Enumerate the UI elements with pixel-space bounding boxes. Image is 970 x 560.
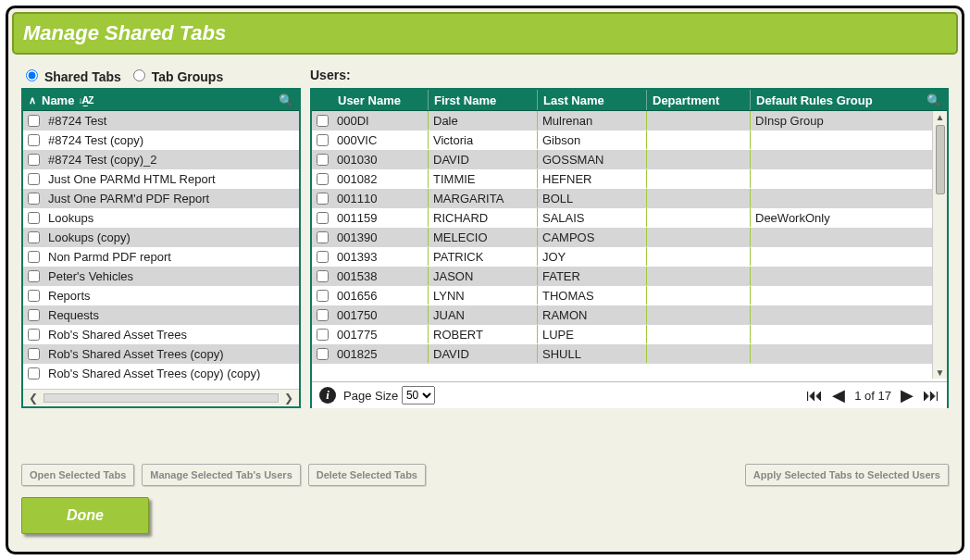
row-checkbox[interactable] [317,309,329,321]
row-checkbox[interactable] [28,193,40,205]
table-row[interactable]: Rob's Shared Asset Trees [23,325,299,344]
col-first-name[interactable]: First Name [429,90,538,110]
scroll-up-icon[interactable]: ▲ [936,111,945,123]
tab-name-cell: Rob's Shared Asset Trees [44,325,299,343]
row-checkbox[interactable] [28,212,40,224]
table-row[interactable]: 001656LYNNTHOMAS [312,286,947,305]
row-checkbox[interactable] [317,290,329,302]
table-row[interactable]: 001030DAVIDGOSSMAN [312,150,947,169]
table-row[interactable]: 000DIDaleMulrenanDInsp Group [312,111,947,131]
table-row[interactable]: Reports [23,286,299,305]
row-checkbox[interactable] [28,251,40,263]
row-checkbox[interactable] [317,134,329,146]
row-checkbox[interactable] [28,290,40,302]
row-checkbox[interactable] [28,270,40,282]
table-row[interactable]: Just One PARMd HTML Report [23,169,299,189]
table-row[interactable]: 001538JASONFATER [312,267,947,286]
users-vscroll[interactable]: ▲ ▼ [932,111,947,379]
table-row[interactable]: Non Parmd PDF report [23,247,299,267]
last-page-icon[interactable]: ⏭ [923,386,939,405]
info-icon[interactable]: i [319,387,336,404]
scroll-left-icon[interactable]: ❮ [29,392,38,404]
tab-groups-radio[interactable] [133,69,145,81]
done-button[interactable]: Done [21,497,149,534]
apply-selected-tabs-button[interactable]: Apply Selected Tabs to Selected Users [745,464,949,486]
table-row[interactable]: Rob's Shared Asset Trees (copy) [23,344,299,364]
collapse-icon[interactable]: ∧ [29,94,36,106]
col-department[interactable]: Department [647,90,751,110]
row-checkbox[interactable] [28,367,40,380]
users-grid-footer: i Page Size 50 ⏮ ◀ 1 of 17 ▶ ⏭ [312,381,947,408]
table-row[interactable]: Peter's Vehicles [23,267,299,286]
row-checkbox[interactable] [317,329,329,341]
users-grid-header: User Name First Name Last Name Departmen… [312,90,947,111]
scroll-right-icon[interactable]: ❯ [284,392,293,404]
table-row[interactable]: 001750JUANRAMON [312,305,947,325]
first-name-cell: JASON [429,267,538,285]
table-row[interactable]: #8724 Test (copy)_2 [23,150,299,169]
row-checkbox[interactable] [317,251,329,263]
search-icon[interactable]: 🔍 [279,93,293,107]
user-name-cell: 001656 [332,286,429,305]
row-checkbox[interactable] [317,270,329,282]
table-row[interactable]: Just One PARM'd PDF Report [23,189,299,208]
rules-group-cell [751,305,947,324]
table-row[interactable]: 001390MELECIOCAMPOS [312,228,947,247]
col-rules-group[interactable]: Default Rules Group 🔍 [751,90,947,110]
row-checkbox[interactable] [317,212,329,224]
table-row[interactable]: 000VICVictoriaGibson [312,131,947,150]
row-checkbox[interactable] [317,231,329,243]
table-row[interactable]: Requests [23,305,299,325]
prev-page-icon[interactable]: ◀ [832,385,845,405]
row-checkbox[interactable] [317,193,329,205]
row-checkbox[interactable] [28,348,40,360]
first-page-icon[interactable]: ⏮ [806,386,823,405]
tab-name-cell: Reports [44,286,299,305]
last-name-cell: THOMAS [538,286,647,305]
table-row[interactable]: Lookups [23,208,299,228]
table-row[interactable]: 001110MARGARITABOLL [312,189,947,208]
table-row[interactable]: 001082TIMMIEHEFNER [312,169,947,189]
shared-tabs-radio[interactable] [26,69,38,81]
table-row[interactable]: Lookups (copy) [23,228,299,247]
row-checkbox[interactable] [28,329,40,341]
tabs-name-header[interactable]: Name [42,93,74,107]
table-row[interactable]: #8724 Test [23,111,299,131]
col-user-name[interactable]: User Name [332,90,429,110]
scroll-down-icon[interactable]: ▼ [936,367,945,379]
tab-groups-radio-label[interactable]: Tab Groups [129,69,223,84]
table-row[interactable]: 001775ROBERTLUPE [312,325,947,344]
table-row[interactable]: Rob's Shared Asset Trees (copy) (copy) [23,364,299,383]
row-checkbox[interactable] [28,154,40,166]
row-checkbox[interactable] [28,309,40,321]
row-checkbox[interactable] [28,173,40,185]
row-checkbox[interactable] [317,115,329,127]
first-name-cell: JUAN [429,305,538,324]
open-selected-tabs-button[interactable]: Open Selected Tabs [21,464,134,486]
user-name-cell: 001775 [332,325,429,343]
table-row[interactable]: 001825DAVIDSHULL [312,344,947,364]
vscroll-thumb[interactable] [936,125,945,194]
tab-name-cell: Peter's Vehicles [44,267,299,285]
row-checkbox[interactable] [28,115,40,127]
hscroll-track[interactable] [44,393,279,403]
search-icon[interactable]: 🔍 [926,93,941,107]
tabs-grid-header: ∧ Name ↓A̲Z 🔍 [23,90,299,111]
sort-asc-icon[interactable]: ↓A̲Z [78,95,93,106]
table-row[interactable]: 001159RICHARDSALAISDeeWorkOnly [312,208,947,228]
row-checkbox[interactable] [28,231,40,243]
table-row[interactable]: #8724 Test (copy) [23,131,299,150]
col-last-name[interactable]: Last Name [538,90,647,110]
delete-selected-tabs-button[interactable]: Delete Selected Tabs [308,464,426,486]
table-row[interactable]: 001393PATRICKJOY [312,247,947,267]
row-checkbox[interactable] [28,134,40,146]
manage-selected-tabs-users-button[interactable]: Manage Selected Tab's Users [142,464,300,486]
shared-tabs-radio-label[interactable]: Shared Tabs [21,69,125,84]
department-cell [647,150,751,168]
row-checkbox[interactable] [317,173,329,185]
row-checkbox[interactable] [317,154,329,166]
row-checkbox[interactable] [317,348,329,360]
page-size-select[interactable]: 50 [402,386,435,404]
next-page-icon[interactable]: ▶ [901,385,914,405]
tabs-hscroll[interactable]: ❮ ❯ [23,389,299,405]
